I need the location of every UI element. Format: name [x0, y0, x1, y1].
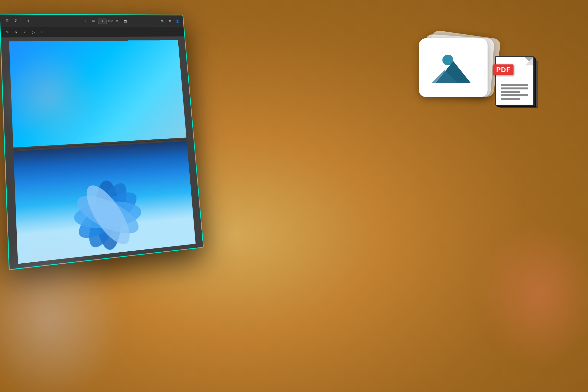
page-number-input[interactable]: 1	[98, 18, 106, 24]
toolbar-left: ☰ ⊽ ℹ ···	[3, 17, 40, 24]
pen-icon: ✎	[6, 30, 9, 34]
image-icon-stack	[419, 34, 497, 103]
rotate-button[interactable]: ↺	[114, 18, 121, 24]
page-of-label: of 2	[108, 19, 113, 22]
pdf-line-1	[501, 84, 528, 86]
toolbar-center: − + ⊞ 1 of 2 ↺ ⬒	[74, 18, 128, 24]
toolbar-right: 🔍 ⚙ 👤	[159, 18, 181, 24]
pdf-toolbar-top: ☰ ⊽ ℹ ··· − + ⊞ 1 of 2	[0, 14, 184, 27]
fit-icon: ⊞	[92, 19, 95, 23]
bg-overlay-left	[0, 233, 122, 392]
image-card-front	[419, 38, 488, 97]
user-button[interactable]: 👤	[174, 18, 181, 24]
filter2-arrow[interactable]: ▼	[21, 29, 28, 35]
settings-icon: ⚙	[168, 19, 172, 23]
filter-button[interactable]: ⊽	[12, 18, 19, 24]
info-icon: ℹ	[28, 19, 29, 22]
pdf-line-2	[501, 88, 528, 90]
settings-button[interactable]: ⚙	[166, 18, 173, 24]
minus-icon: −	[76, 19, 78, 22]
share-button[interactable]: ⬒	[122, 18, 128, 24]
filter2-icon: ⊽	[15, 30, 18, 34]
icon-overlay: PDF	[419, 34, 539, 103]
filter3-icon: ▷	[32, 30, 35, 34]
search-icon: 🔍	[161, 19, 164, 22]
arrow-down-icon: ▼	[24, 31, 26, 33]
pdf-line-3	[501, 91, 520, 93]
zoom-in-button[interactable]: +	[82, 18, 89, 24]
pdf-document-icon: PDF	[490, 46, 539, 105]
search-button[interactable]: 🔍	[159, 18, 166, 24]
user-icon: 👤	[176, 19, 179, 22]
arrow-down2-icon: ▼	[41, 31, 43, 33]
pdf-doc-front: PDF	[495, 56, 534, 105]
zoom-out-button[interactable]: −	[74, 18, 80, 24]
list-icon: ☰	[5, 18, 8, 22]
annotations-button[interactable]: ✎	[4, 29, 11, 36]
filter2-button[interactable]: ⊽	[12, 29, 20, 36]
filter3-button[interactable]: ▷	[30, 29, 37, 35]
list-button[interactable]: ☰	[3, 17, 10, 24]
toolbar-separator	[22, 18, 22, 23]
pdf-toolbar-bottom: ✎ ⊽ ▼ ▷ ▼	[0, 27, 184, 38]
filter-icon: ⊽	[14, 19, 17, 23]
fit-button[interactable]: ⊞	[90, 18, 97, 24]
filter3-arrow[interactable]: ▼	[38, 29, 46, 35]
pdf-badge: PDF	[493, 64, 514, 75]
rotate-icon: ↺	[116, 19, 119, 23]
bg-overlay-right	[478, 220, 588, 368]
mountain-icon	[431, 48, 475, 87]
image-card-content	[419, 38, 488, 97]
pdf-line-4	[501, 94, 528, 96]
pdf-text-lines	[501, 84, 528, 100]
more-button[interactable]: ···	[33, 18, 40, 24]
share-icon: ⬒	[124, 19, 127, 23]
plus-icon: +	[84, 19, 86, 22]
pdf-line-5	[501, 98, 520, 100]
more-icon: ···	[35, 19, 38, 22]
bg-overlay-topleft	[0, 49, 98, 147]
info-button[interactable]: ℹ	[24, 18, 32, 24]
